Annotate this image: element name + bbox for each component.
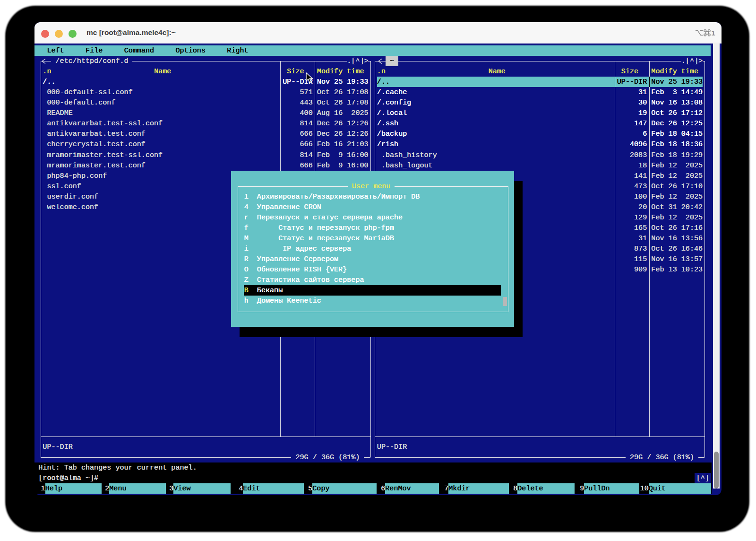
svg-text:1: 1 — [712, 29, 715, 37]
